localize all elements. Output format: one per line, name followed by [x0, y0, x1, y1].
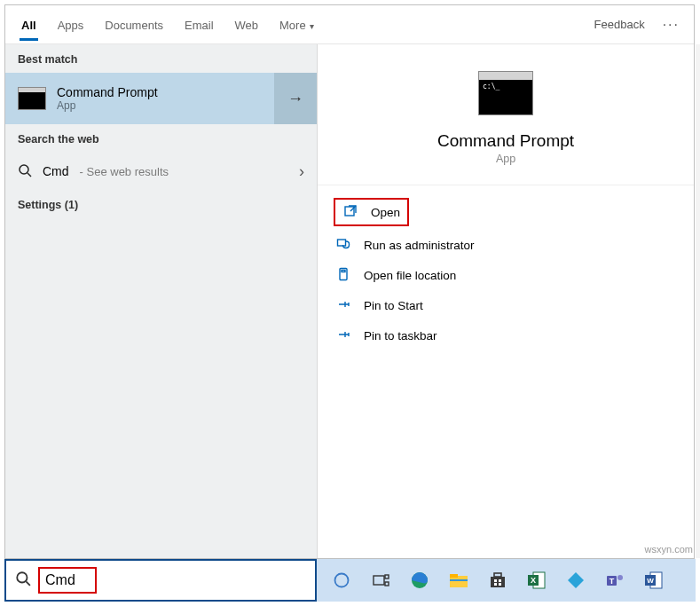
svg-point-6	[17, 572, 27, 582]
svg-rect-10	[385, 575, 389, 578]
web-suffix: - See web results	[80, 165, 169, 178]
pin-icon	[335, 327, 351, 344]
web-query: Cmd	[43, 164, 69, 178]
cmd-icon	[18, 87, 46, 110]
svg-rect-11	[385, 582, 389, 586]
svg-line-1	[28, 173, 31, 177]
watermark: wsxyn.com	[645, 544, 693, 555]
svg-rect-3	[338, 240, 346, 246]
svg-text:T: T	[610, 577, 615, 586]
best-match-title: Command Prompt	[57, 85, 158, 99]
settings-heading[interactable]: Settings (1)	[5, 190, 317, 218]
preview-subtitle: App	[496, 153, 515, 165]
svg-rect-21	[499, 583, 501, 586]
action-label: Open	[371, 206, 400, 219]
preview-title: Command Prompt	[437, 131, 574, 151]
teams-icon[interactable]: T	[602, 568, 627, 593]
cortana-icon[interactable]	[329, 568, 354, 593]
svg-rect-15	[450, 579, 468, 581]
search-icon	[18, 163, 32, 180]
search-highlight	[38, 567, 97, 594]
tab-web[interactable]: Web	[224, 10, 270, 40]
svg-rect-18	[494, 579, 497, 582]
svg-text:X: X	[531, 576, 536, 585]
tab-email[interactable]: Email	[174, 10, 224, 40]
svg-point-27	[617, 575, 623, 580]
tab-all[interactable]: All	[11, 10, 47, 40]
svg-rect-20	[494, 583, 497, 586]
action-pin-to-taskbar[interactable]: Pin to taskbar	[326, 320, 685, 350]
svg-line-7	[26, 581, 30, 586]
tab-documents[interactable]: Documents	[94, 10, 174, 40]
cmd-icon	[478, 71, 533, 115]
search-icon	[15, 571, 31, 591]
action-label: Pin to taskbar	[364, 329, 437, 342]
filter-tabs: All Apps Documents Email Web More▾ Feedb…	[5, 5, 694, 44]
svg-rect-16	[491, 577, 505, 587]
action-run-as-admin[interactable]: Run as administrator	[326, 230, 685, 260]
search-web-heading: Search the web	[5, 124, 317, 153]
search-box[interactable]	[4, 559, 317, 602]
best-match-row[interactable]: Command Prompt App →	[5, 73, 317, 124]
taskview-icon[interactable]	[368, 568, 393, 593]
preview-pane: Command Prompt App Open Run as	[318, 44, 694, 558]
chevron-right-icon: ›	[299, 162, 304, 181]
action-label: Pin to Start	[364, 299, 423, 312]
best-match-subtitle: App	[57, 99, 158, 112]
chevron-down-icon: ▾	[310, 21, 314, 31]
web-result-row[interactable]: Cmd - See web results ›	[5, 153, 317, 190]
store-icon[interactable]	[485, 568, 510, 593]
best-match-heading: Best match	[5, 44, 317, 73]
file-explorer-icon[interactable]	[446, 568, 471, 593]
action-label: Run as administrator	[364, 239, 475, 252]
svg-point-0	[20, 165, 28, 174]
svg-rect-5	[342, 270, 345, 272]
word-icon[interactable]: W	[641, 568, 666, 593]
svg-text:W: W	[647, 577, 654, 585]
svg-rect-17	[494, 573, 501, 577]
taskbar: X T W	[4, 559, 696, 602]
svg-point-8	[335, 574, 349, 587]
kodi-icon[interactable]	[563, 568, 588, 593]
feedback-link[interactable]: Feedback	[586, 18, 654, 31]
results-pane: Best match Command Prompt App → Search t…	[5, 44, 318, 558]
tab-more[interactable]: More▾	[269, 10, 325, 40]
svg-rect-14	[450, 574, 458, 578]
shield-icon	[335, 237, 351, 254]
svg-rect-19	[499, 579, 501, 582]
action-label: Open file location	[364, 269, 456, 282]
open-icon	[342, 204, 358, 221]
tab-apps[interactable]: Apps	[47, 10, 95, 40]
excel-icon[interactable]: X	[524, 568, 549, 593]
edge-icon[interactable]	[407, 568, 432, 593]
arrow-right-icon[interactable]: →	[274, 73, 317, 124]
svg-rect-2	[345, 207, 354, 216]
pin-icon	[335, 297, 351, 314]
more-icon[interactable]: ···	[654, 17, 688, 33]
svg-rect-9	[374, 576, 384, 585]
folder-icon	[335, 267, 351, 284]
action-open-file-location[interactable]: Open file location	[326, 260, 685, 290]
action-pin-to-start[interactable]: Pin to Start	[326, 290, 685, 320]
scrollbar[interactable]	[696, 44, 700, 558]
action-open[interactable]: Open	[334, 198, 409, 226]
search-input[interactable]	[45, 572, 90, 588]
